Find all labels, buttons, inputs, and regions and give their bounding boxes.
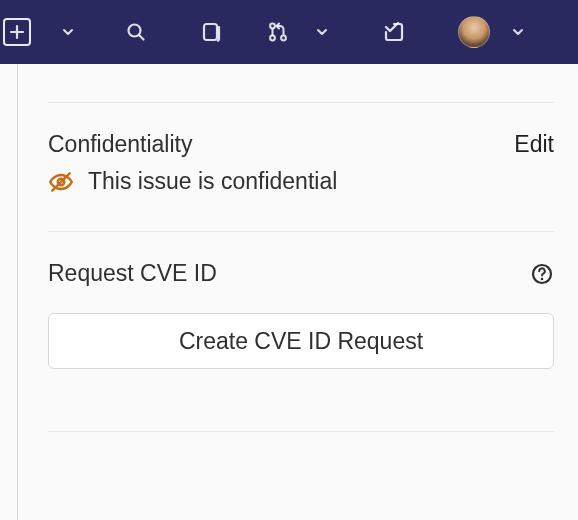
confidentiality-edit-button[interactable]: Edit bbox=[514, 131, 554, 158]
chevron-down-icon bbox=[315, 25, 329, 39]
eye-slash-icon bbox=[48, 169, 74, 195]
svg-point-7 bbox=[541, 277, 544, 280]
new-item-dropdown[interactable] bbox=[52, 8, 84, 56]
issue-sidebar-panel: Confidentiality Edit This issue is confi… bbox=[18, 64, 578, 520]
merge-request-icon bbox=[267, 21, 289, 43]
chevron-down-icon bbox=[61, 25, 75, 39]
plus-icon bbox=[3, 18, 31, 46]
divider bbox=[48, 431, 554, 432]
cve-title: Request CVE ID bbox=[48, 260, 217, 287]
issues-link[interactable] bbox=[188, 8, 236, 56]
confidentiality-title: Confidentiality bbox=[48, 131, 192, 158]
merge-requests-dropdown[interactable] bbox=[306, 8, 338, 56]
svg-point-3 bbox=[270, 36, 275, 41]
cve-section: Request CVE ID Create CVE ID Request bbox=[48, 232, 554, 369]
create-cve-request-label: Create CVE ID Request bbox=[179, 328, 423, 355]
confidentiality-section: Confidentiality Edit This issue is confi… bbox=[48, 103, 554, 195]
new-item-button[interactable] bbox=[0, 8, 48, 56]
svg-point-2 bbox=[270, 24, 275, 29]
search-button[interactable] bbox=[112, 8, 160, 56]
merge-requests-link[interactable] bbox=[254, 8, 302, 56]
svg-rect-1 bbox=[204, 24, 217, 40]
create-cve-request-button[interactable]: Create CVE ID Request bbox=[48, 313, 554, 369]
todo-icon bbox=[383, 21, 405, 43]
search-icon bbox=[125, 21, 147, 43]
top-navbar bbox=[0, 0, 578, 64]
help-icon[interactable] bbox=[530, 262, 554, 286]
sidebar-edge bbox=[0, 64, 18, 520]
confidentiality-message: This issue is confidential bbox=[88, 168, 337, 195]
avatar bbox=[458, 16, 490, 48]
svg-point-4 bbox=[281, 36, 286, 41]
chevron-down-icon bbox=[511, 25, 525, 39]
svg-point-0 bbox=[129, 25, 141, 37]
issues-icon bbox=[201, 21, 223, 43]
todos-link[interactable] bbox=[370, 8, 418, 56]
user-menu-dropdown[interactable] bbox=[502, 8, 534, 56]
user-menu[interactable] bbox=[450, 8, 498, 56]
